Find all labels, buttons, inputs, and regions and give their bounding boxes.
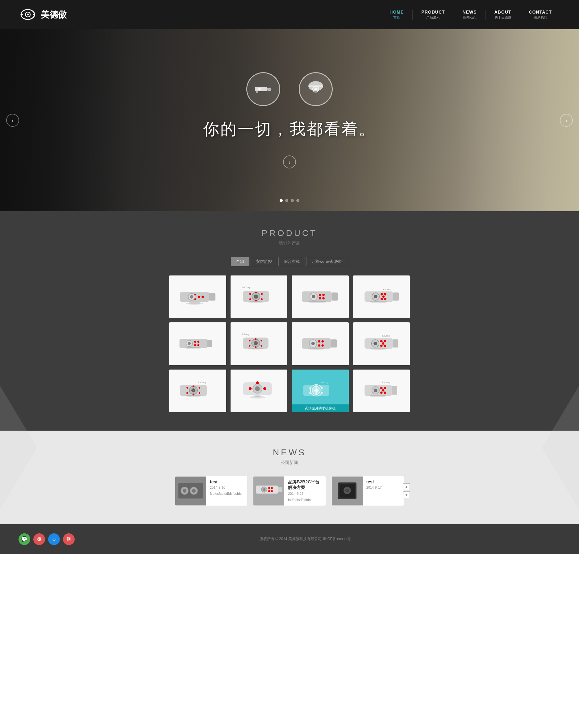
- hero-down-arrow[interactable]: ↓: [283, 155, 296, 168]
- product-section-title: PRODUCT: [0, 228, 579, 238]
- product-item-5[interactable]: [169, 322, 226, 365]
- svg-point-105: [185, 395, 202, 397]
- product-item-10[interactable]: [230, 369, 288, 412]
- svg-point-83: [308, 348, 325, 350]
- product-cam-1: [177, 282, 218, 312]
- footer-copyright: 版权所有 © 2014 美德傲科技有限公司 粤ICP备xxxxxx号: [259, 537, 351, 542]
- product-grid: KaCong: [163, 276, 416, 412]
- svg-point-23: [186, 302, 203, 305]
- svg-point-152: [271, 490, 273, 492]
- product-item-3[interactable]: [292, 276, 349, 318]
- news-item-1[interactable]: test 2014-9-10 fsdfdsfsdfsdfdsfdsfds: [175, 476, 247, 505]
- svg-point-82: [322, 344, 324, 347]
- svg-point-70: [260, 340, 262, 341]
- product-item-11[interactable]: KaCong 高清室外防水摄像机: [292, 369, 349, 412]
- hero-prev-button[interactable]: ‹: [6, 114, 19, 127]
- svg-point-88: [374, 342, 377, 345]
- product-cam-2: KaCong: [238, 282, 279, 312]
- svg-point-89: [380, 340, 383, 342]
- dome-camera-svg: [306, 80, 326, 98]
- nav-product[interactable]: PRODUCT 产品展示: [413, 9, 454, 20]
- hero-left-shadow: [0, 29, 130, 211]
- product-item-9[interactable]: KaCong: [169, 369, 226, 412]
- svg-point-8: [259, 88, 260, 90]
- bg-arrow-right: [542, 386, 579, 509]
- svg-point-53: [382, 295, 385, 298]
- news-section: NEWS 公司新闻 test 2014-9-10: [0, 431, 579, 524]
- svg-rect-6: [267, 87, 271, 91]
- product-item-7[interactable]: [292, 322, 349, 365]
- news-image-2: [253, 476, 284, 505]
- news-scroll-up-button[interactable]: ▲: [403, 484, 410, 490]
- product-item-12[interactable]: KaCong: [353, 369, 410, 412]
- product-cam-3: [300, 282, 341, 312]
- svg-text:KaCong: KaCong: [383, 288, 391, 291]
- logo-text: 美德傲: [41, 9, 67, 21]
- svg-rect-55: [180, 339, 207, 348]
- svg-point-28: [249, 293, 251, 295]
- news-item-2[interactable]: 品牌B2B2C平台解决方案 2014-9-17 fsdfdsfsdfsdfds: [253, 476, 325, 505]
- hero-next-button[interactable]: ›: [560, 114, 573, 127]
- hero-dot-4[interactable]: [296, 199, 299, 202]
- svg-point-98: [192, 388, 196, 392]
- filter-security[interactable]: 安防监控: [251, 257, 277, 266]
- news-item-3[interactable]: test 2014-9-17: [332, 476, 404, 505]
- svg-point-137: [369, 394, 386, 397]
- svg-point-38: [312, 295, 316, 298]
- svg-point-135: [384, 391, 386, 394]
- news-scroll-down-button[interactable]: ▼: [403, 491, 410, 498]
- nav-home[interactable]: HOME 首页: [381, 9, 413, 20]
- social-tmall-button[interactable]: 猫: [63, 534, 75, 545]
- product-section-subtitle: 我们的产品: [0, 241, 579, 246]
- hero-dot-1[interactable]: [280, 199, 283, 202]
- hero-dot-2[interactable]: [285, 199, 288, 202]
- nav-news[interactable]: NEWS 新闻动态: [454, 9, 486, 20]
- svg-point-122: [315, 385, 318, 387]
- svg-point-149: [268, 487, 270, 489]
- svg-point-72: [255, 338, 257, 340]
- main-nav: HOME 首页 PRODUCT 产品展示 NEWS 新闻动态 ABOUT 关于美…: [381, 9, 560, 20]
- hero-content: 你的一切，我都看着。 ↓: [203, 72, 376, 168]
- svg-point-60: [198, 341, 200, 343]
- svg-point-102: [199, 392, 201, 394]
- product-item-6[interactable]: KaCong: [230, 322, 288, 365]
- svg-rect-36: [332, 292, 338, 301]
- svg-point-133: [384, 387, 386, 389]
- product-item-2[interactable]: KaCong: [230, 276, 288, 318]
- news-title-2: 品牌B2B2C平台解决方案: [288, 479, 322, 491]
- product-item-4[interactable]: KaCong: [353, 276, 410, 318]
- news-content-1: test 2014-9-10 fsdfdsfsdfsdfdsfdsfds: [206, 476, 247, 505]
- product-item-8[interactable]: KaCong: [353, 322, 410, 365]
- social-wechat-button[interactable]: 💬: [19, 534, 30, 545]
- svg-point-71: [260, 345, 262, 347]
- news-section-subtitle: 公司新闻: [0, 460, 579, 466]
- svg-point-32: [255, 291, 257, 293]
- svg-point-111: [256, 381, 259, 384]
- social-qq-button[interactable]: Q: [48, 534, 60, 545]
- svg-point-81: [318, 344, 321, 347]
- svg-point-31: [261, 298, 263, 300]
- product-cam-5: [177, 329, 218, 359]
- bullet-camera-svg: [253, 81, 273, 97]
- svg-point-58: [188, 342, 191, 345]
- news-img-svg-2: [253, 477, 284, 505]
- nav-about[interactable]: ABOUT 关于美德傲: [486, 9, 520, 20]
- news-image-3: [332, 476, 363, 505]
- svg-point-136: [382, 389, 384, 391]
- product-item-1[interactable]: [169, 276, 226, 318]
- filter-all[interactable]: 全部: [231, 257, 249, 266]
- product-highlight-label: 高清室外防水摄像机: [292, 405, 349, 412]
- svg-point-29: [249, 298, 251, 300]
- svg-point-21: [195, 298, 196, 300]
- product-cam-7: [300, 329, 341, 359]
- filter-wiring[interactable]: 综合布线: [278, 257, 305, 266]
- social-weibo-button[interactable]: 微: [33, 534, 45, 545]
- svg-point-20: [195, 294, 196, 295]
- nav-contact[interactable]: CONTACT 联系我们: [520, 9, 560, 20]
- filter-network[interactable]: 计算werew机网络: [306, 257, 349, 266]
- svg-point-62: [198, 344, 200, 346]
- news-date-3: 2014-9-17: [366, 486, 400, 489]
- news-img-svg-1: [175, 477, 206, 505]
- svg-point-78: [311, 342, 315, 345]
- hero-dot-3[interactable]: [291, 199, 294, 202]
